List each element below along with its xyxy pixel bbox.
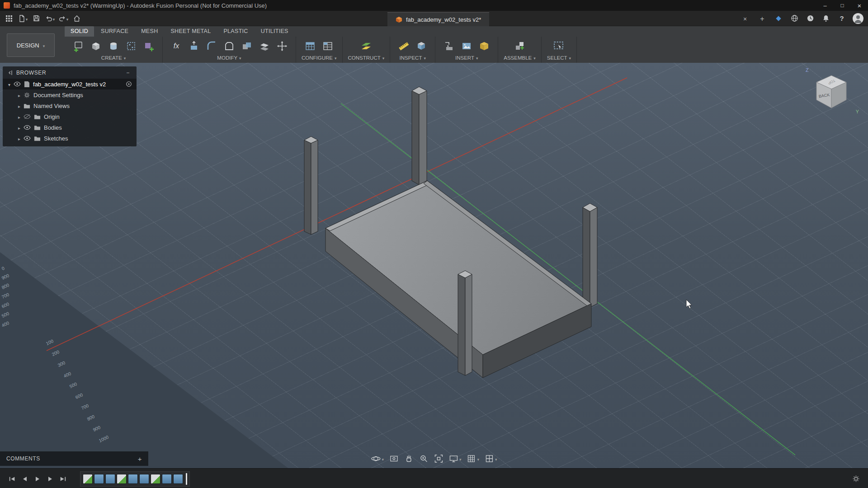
grid-snap-button[interactable] xyxy=(466,453,481,465)
tab-utilities[interactable]: UTILITIES xyxy=(255,26,294,37)
home-button[interactable] xyxy=(71,12,83,25)
minimize-browser-button[interactable] xyxy=(124,70,132,76)
parameters-button[interactable]: fx xyxy=(168,38,184,55)
add-comment-button[interactable] xyxy=(138,455,142,463)
browser-item-label[interactable]: Named Views xyxy=(33,103,70,109)
browser-item-label[interactable]: Sketches xyxy=(44,135,68,142)
visibility-eye-icon[interactable] xyxy=(14,82,21,86)
expand-caret-icon[interactable] xyxy=(18,103,20,109)
play-button[interactable] xyxy=(32,473,43,484)
new-document-tab-button[interactable] xyxy=(758,14,767,23)
file-menu-button[interactable] xyxy=(16,12,29,25)
close-document-tab-button[interactable] xyxy=(741,14,750,23)
redo-button[interactable] xyxy=(57,12,70,25)
undo-button[interactable] xyxy=(43,12,56,25)
browser-header[interactable]: BROWSER xyxy=(3,66,137,79)
offset-face-button[interactable] xyxy=(256,38,273,55)
visibility-off-eye-icon[interactable] xyxy=(24,114,31,119)
app-grid-button[interactable] xyxy=(3,12,15,25)
browser-root-label[interactable]: fab_academy_w02_tests v2 xyxy=(33,81,106,88)
orbit-button[interactable] xyxy=(370,453,385,465)
expand-caret-icon[interactable] xyxy=(8,81,10,88)
timeline-feature[interactable] xyxy=(128,474,138,484)
tab-plastic[interactable]: PLASTIC xyxy=(217,26,254,37)
configure-group-label[interactable]: CONFIGURE xyxy=(302,55,337,63)
tab-sheet-metal[interactable]: SHEET METAL xyxy=(165,26,217,37)
maximize-button[interactable] xyxy=(834,0,851,11)
display-settings-button[interactable] xyxy=(448,453,462,465)
browser-item-label[interactable]: Bodies xyxy=(44,124,62,131)
browser-item-origin[interactable]: Origin xyxy=(3,111,137,122)
timeline-settings-button[interactable] xyxy=(850,473,862,484)
save-button[interactable] xyxy=(30,12,42,25)
timeline-position-marker[interactable] xyxy=(186,473,187,485)
browser-item-sketches[interactable]: Sketches xyxy=(3,133,137,144)
create-cylinder-button[interactable] xyxy=(105,38,122,55)
active-document-radio-icon[interactable] xyxy=(126,81,132,87)
workspace-switcher[interactable]: DESIGN xyxy=(7,33,55,57)
browser-item-label[interactable]: Origin xyxy=(44,113,60,120)
tab-solid[interactable]: SOLID xyxy=(65,26,94,37)
inspect-group-label[interactable]: INSPECT xyxy=(400,55,426,63)
look-at-button[interactable] xyxy=(388,453,400,465)
browser-item-named-views[interactable]: Named Views xyxy=(3,100,137,111)
construct-group-label[interactable]: CONSTRUCT xyxy=(348,55,385,63)
configure-button[interactable] xyxy=(302,38,318,55)
browser-item-bodies[interactable]: Bodies xyxy=(3,122,137,133)
insert-group-label[interactable]: INSERT xyxy=(455,55,478,63)
notifications-button[interactable] xyxy=(821,14,831,23)
timeline-feature[interactable] xyxy=(105,474,115,484)
visibility-eye-icon[interactable] xyxy=(24,125,31,130)
create-pattern-button[interactable] xyxy=(123,38,139,55)
web-button[interactable] xyxy=(789,14,799,23)
insert-derive-button[interactable] xyxy=(441,38,457,55)
fillet-button[interactable] xyxy=(203,38,220,55)
expand-caret-icon[interactable] xyxy=(18,92,20,99)
timeline-feature[interactable] xyxy=(173,474,183,484)
select-group-label[interactable]: SELECT xyxy=(547,55,571,63)
zoom-button[interactable] xyxy=(418,453,429,465)
new-component-button[interactable] xyxy=(512,38,528,55)
timeline-feature[interactable] xyxy=(162,474,172,484)
section-analysis-button[interactable] xyxy=(413,38,429,55)
create-primitive-button[interactable] xyxy=(141,38,157,55)
user-avatar[interactable] xyxy=(853,13,863,24)
shell-button[interactable] xyxy=(221,38,237,55)
viewport-3d[interactable]: 0 900 800 700 600 500 400 100 200 300 40… xyxy=(0,63,868,468)
go-to-start-button[interactable] xyxy=(6,473,18,484)
combine-button[interactable] xyxy=(239,38,255,55)
extensions-button[interactable] xyxy=(774,14,783,23)
construct-plane-button[interactable] xyxy=(358,38,374,55)
select-button[interactable] xyxy=(551,38,567,55)
create-group-label[interactable]: CREATE xyxy=(101,55,126,63)
fit-button[interactable] xyxy=(433,453,444,465)
document-tab[interactable]: fab_academy_w02_tests v2* xyxy=(387,12,489,26)
view-cube-graphic[interactable]: TOP BACK xyxy=(807,70,857,115)
measure-button[interactable] xyxy=(396,38,412,55)
job-status-button[interactable] xyxy=(805,14,815,23)
go-to-end-button[interactable] xyxy=(57,473,68,484)
tab-surface[interactable]: SURFACE xyxy=(95,26,134,37)
move-copy-button[interactable] xyxy=(274,38,290,55)
comments-bar[interactable]: COMMENTS xyxy=(0,451,148,466)
help-button[interactable]: ? xyxy=(837,14,847,23)
assemble-group-label[interactable]: ASSEMBLE xyxy=(504,55,536,63)
expand-caret-icon[interactable] xyxy=(18,135,20,142)
step-back-button[interactable] xyxy=(19,473,30,484)
minimize-button[interactable] xyxy=(816,0,834,11)
timeline-feature[interactable] xyxy=(151,474,160,484)
step-forward-button[interactable] xyxy=(44,473,56,484)
expand-caret-icon[interactable] xyxy=(18,124,20,131)
tab-mesh[interactable]: MESH xyxy=(135,26,164,37)
timeline-feature[interactable] xyxy=(117,474,127,484)
browser-item-label[interactable]: Document Settings xyxy=(33,92,83,99)
close-window-button[interactable] xyxy=(851,0,868,11)
viewports-button[interactable] xyxy=(483,453,498,465)
modify-group-label[interactable]: MODIFY xyxy=(217,55,241,63)
timeline-feature[interactable] xyxy=(94,474,104,484)
view-cube[interactable]: Z Y TOP BACK xyxy=(807,70,857,115)
press-pull-button[interactable] xyxy=(186,38,202,55)
configuration-table-button[interactable] xyxy=(320,38,336,55)
pan-button[interactable] xyxy=(403,453,415,465)
visibility-eye-icon[interactable] xyxy=(24,136,31,141)
